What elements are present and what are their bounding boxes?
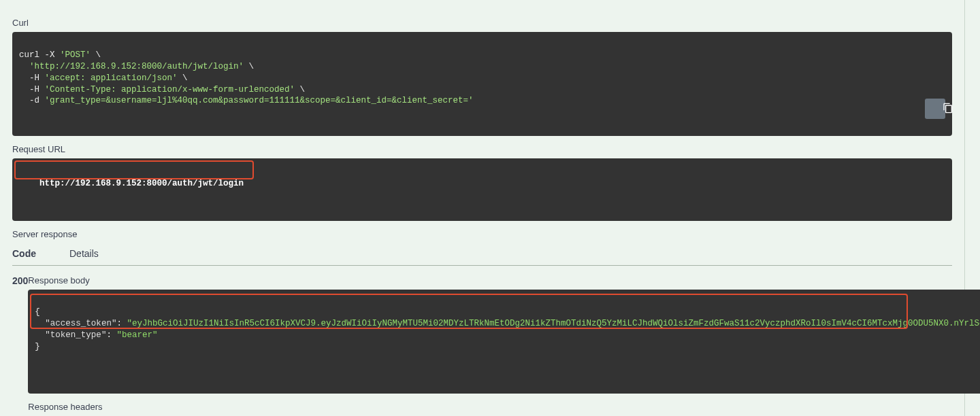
status-code: 200 xyxy=(12,275,28,286)
code-column-header: Code xyxy=(12,248,69,259)
curl-command-block: curl -X 'POST' \ 'http://192.168.9.152:8… xyxy=(12,32,952,136)
response-headers-label: Response headers xyxy=(28,402,980,412)
request-url-label: Request URL xyxy=(12,144,952,154)
request-url-block: http://192.168.9.152:8000/auth/jwt/login xyxy=(12,158,952,221)
response-body-label: Response body xyxy=(28,275,980,285)
copy-curl-button[interactable] xyxy=(925,99,945,119)
request-url-value: http://192.168.9.152:8000/auth/jwt/login xyxy=(39,179,244,188)
details-column-header: Details xyxy=(69,248,99,259)
server-response-label: Server response xyxy=(12,229,952,239)
response-body-block: { "access_token": "eyJhbGciOiJIUzI1NiIsI… xyxy=(28,290,980,394)
curl-label: Curl xyxy=(12,18,952,28)
highlight-request-url xyxy=(14,160,254,179)
copy-icon xyxy=(917,92,952,126)
response-header-row: Code Details xyxy=(12,243,952,266)
